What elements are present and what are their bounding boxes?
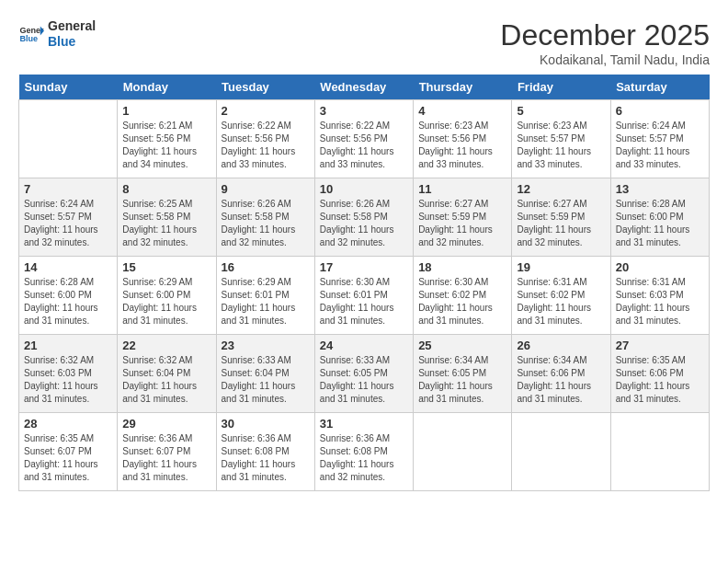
- calendar-cell: 26Sunrise: 6:34 AM Sunset: 6:06 PM Dayli…: [512, 335, 610, 413]
- day-number: 1: [122, 104, 210, 118]
- logo-text-general: General: [48, 18, 96, 34]
- day-info: Sunrise: 6:21 AM Sunset: 5:56 PM Dayligh…: [122, 120, 210, 171]
- day-number: 3: [320, 104, 408, 118]
- day-info: Sunrise: 6:36 AM Sunset: 6:08 PM Dayligh…: [222, 432, 310, 484]
- day-number: 28: [24, 417, 112, 431]
- calendar-cell: 9Sunrise: 6:26 AM Sunset: 5:58 PM Daylig…: [216, 178, 314, 257]
- day-info: Sunrise: 6:32 AM Sunset: 6:04 PM Dayligh…: [122, 354, 210, 406]
- day-number: 31: [320, 417, 408, 431]
- calendar-cell: 28Sunrise: 6:35 AM Sunset: 6:07 PM Dayli…: [19, 413, 118, 491]
- day-number: 9: [222, 182, 310, 196]
- calendar-week-2: 7Sunrise: 6:24 AM Sunset: 5:57 PM Daylig…: [19, 178, 710, 257]
- calendar-cell: 7Sunrise: 6:24 AM Sunset: 5:57 PM Daylig…: [19, 178, 118, 257]
- day-info: Sunrise: 6:31 AM Sunset: 6:02 PM Dayligh…: [517, 276, 605, 327]
- day-number: 23: [222, 339, 310, 352]
- calendar-cell: 29Sunrise: 6:36 AM Sunset: 6:07 PM Dayli…: [118, 413, 216, 491]
- day-number: 10: [320, 182, 408, 196]
- day-number: 2: [222, 104, 310, 118]
- day-number: 5: [517, 104, 605, 118]
- calendar-cell: 15Sunrise: 6:29 AM Sunset: 6:00 PM Dayli…: [118, 257, 216, 335]
- calendar-cell: [610, 413, 709, 491]
- calendar-cell: 31Sunrise: 6:36 AM Sunset: 6:08 PM Dayli…: [314, 413, 413, 491]
- day-number: 15: [122, 260, 210, 274]
- day-info: Sunrise: 6:29 AM Sunset: 6:01 PM Dayligh…: [222, 276, 310, 327]
- calendar-week-5: 28Sunrise: 6:35 AM Sunset: 6:07 PM Dayli…: [19, 413, 710, 491]
- day-info: Sunrise: 6:34 AM Sunset: 6:06 PM Dayligh…: [517, 354, 605, 406]
- day-info: Sunrise: 6:26 AM Sunset: 5:58 PM Dayligh…: [222, 198, 310, 249]
- day-number: 18: [418, 260, 506, 274]
- day-info: Sunrise: 6:26 AM Sunset: 5:58 PM Dayligh…: [320, 198, 408, 249]
- calendar-cell: 13Sunrise: 6:28 AM Sunset: 6:00 PM Dayli…: [610, 178, 709, 257]
- calendar-cell: 21Sunrise: 6:32 AM Sunset: 6:03 PM Dayli…: [19, 335, 118, 413]
- day-number: 22: [122, 339, 210, 352]
- day-info: Sunrise: 6:27 AM Sunset: 5:59 PM Dayligh…: [418, 198, 506, 249]
- day-number: 21: [24, 339, 112, 352]
- logo-text-blue: Blue: [48, 34, 96, 50]
- day-info: Sunrise: 6:30 AM Sunset: 6:01 PM Dayligh…: [320, 276, 408, 327]
- calendar-cell: 12Sunrise: 6:27 AM Sunset: 5:59 PM Dayli…: [512, 178, 610, 257]
- day-number: 25: [418, 339, 506, 352]
- day-info: Sunrise: 6:24 AM Sunset: 5:57 PM Dayligh…: [616, 120, 704, 171]
- title-block: December 2025 Kodaikanal, Tamil Nadu, In…: [500, 18, 710, 67]
- day-info: Sunrise: 6:22 AM Sunset: 5:56 PM Dayligh…: [320, 120, 408, 171]
- day-info: Sunrise: 6:35 AM Sunset: 6:06 PM Dayligh…: [616, 354, 704, 406]
- day-info: Sunrise: 6:22 AM Sunset: 5:56 PM Dayligh…: [222, 120, 310, 171]
- day-number: 13: [616, 182, 704, 196]
- day-info: Sunrise: 6:28 AM Sunset: 6:00 PM Dayligh…: [616, 198, 704, 249]
- month-title: December 2025: [500, 18, 710, 52]
- day-info: Sunrise: 6:24 AM Sunset: 5:57 PM Dayligh…: [24, 198, 112, 249]
- day-header-monday: Monday: [118, 75, 216, 100]
- day-number: 8: [122, 182, 210, 196]
- calendar-header-row: SundayMondayTuesdayWednesdayThursdayFrid…: [19, 75, 710, 100]
- calendar-cell: [414, 413, 512, 491]
- day-number: 19: [517, 260, 605, 274]
- calendar-cell: 11Sunrise: 6:27 AM Sunset: 5:59 PM Dayli…: [414, 178, 512, 257]
- calendar-cell: 6Sunrise: 6:24 AM Sunset: 5:57 PM Daylig…: [610, 100, 709, 178]
- day-number: 11: [418, 182, 506, 196]
- day-info: Sunrise: 6:33 AM Sunset: 6:04 PM Dayligh…: [222, 354, 310, 406]
- day-number: 24: [320, 339, 408, 352]
- calendar-cell: 16Sunrise: 6:29 AM Sunset: 6:01 PM Dayli…: [216, 257, 314, 335]
- logo-icon: General Blue: [18, 21, 44, 47]
- calendar-cell: 25Sunrise: 6:34 AM Sunset: 6:05 PM Dayli…: [414, 335, 512, 413]
- calendar-cell: 27Sunrise: 6:35 AM Sunset: 6:06 PM Dayli…: [610, 335, 709, 413]
- calendar-week-4: 21Sunrise: 6:32 AM Sunset: 6:03 PM Dayli…: [19, 335, 710, 413]
- day-info: Sunrise: 6:30 AM Sunset: 6:02 PM Dayligh…: [418, 276, 506, 327]
- calendar-cell: 17Sunrise: 6:30 AM Sunset: 6:01 PM Dayli…: [314, 257, 413, 335]
- day-info: Sunrise: 6:36 AM Sunset: 6:08 PM Dayligh…: [320, 432, 408, 484]
- calendar-cell: 23Sunrise: 6:33 AM Sunset: 6:04 PM Dayli…: [216, 335, 314, 413]
- day-number: 14: [24, 260, 112, 274]
- day-info: Sunrise: 6:28 AM Sunset: 6:00 PM Dayligh…: [24, 276, 112, 327]
- calendar-cell: 30Sunrise: 6:36 AM Sunset: 6:08 PM Dayli…: [216, 413, 314, 491]
- calendar-week-3: 14Sunrise: 6:28 AM Sunset: 6:00 PM Dayli…: [19, 257, 710, 335]
- calendar-cell: 1Sunrise: 6:21 AM Sunset: 5:56 PM Daylig…: [118, 100, 216, 178]
- day-header-tuesday: Tuesday: [216, 75, 314, 100]
- day-number: 7: [24, 182, 112, 196]
- day-info: Sunrise: 6:23 AM Sunset: 5:57 PM Dayligh…: [517, 120, 605, 171]
- calendar-cell: 4Sunrise: 6:23 AM Sunset: 5:56 PM Daylig…: [414, 100, 512, 178]
- day-info: Sunrise: 6:34 AM Sunset: 6:05 PM Dayligh…: [418, 354, 506, 406]
- day-number: 29: [122, 417, 210, 431]
- day-info: Sunrise: 6:25 AM Sunset: 5:58 PM Dayligh…: [122, 198, 210, 249]
- calendar-cell: 24Sunrise: 6:33 AM Sunset: 6:05 PM Dayli…: [314, 335, 413, 413]
- calendar-week-1: 1Sunrise: 6:21 AM Sunset: 5:56 PM Daylig…: [19, 100, 710, 178]
- calendar-cell: 20Sunrise: 6:31 AM Sunset: 6:03 PM Dayli…: [610, 257, 709, 335]
- day-header-friday: Friday: [512, 75, 610, 100]
- day-header-thursday: Thursday: [414, 75, 512, 100]
- calendar-cell: 14Sunrise: 6:28 AM Sunset: 6:00 PM Dayli…: [19, 257, 118, 335]
- day-number: 17: [320, 260, 408, 274]
- calendar-cell: 2Sunrise: 6:22 AM Sunset: 5:56 PM Daylig…: [216, 100, 314, 178]
- day-info: Sunrise: 6:32 AM Sunset: 6:03 PM Dayligh…: [24, 354, 112, 406]
- calendar-cell: 3Sunrise: 6:22 AM Sunset: 5:56 PM Daylig…: [314, 100, 413, 178]
- day-info: Sunrise: 6:35 AM Sunset: 6:07 PM Dayligh…: [24, 432, 112, 484]
- day-number: 12: [517, 182, 605, 196]
- calendar-table: SundayMondayTuesdayWednesdayThursdayFrid…: [18, 75, 710, 491]
- day-info: Sunrise: 6:23 AM Sunset: 5:56 PM Dayligh…: [418, 120, 506, 171]
- day-number: 20: [616, 260, 704, 274]
- day-info: Sunrise: 6:29 AM Sunset: 6:00 PM Dayligh…: [122, 276, 210, 327]
- day-header-saturday: Saturday: [610, 75, 709, 100]
- day-info: Sunrise: 6:36 AM Sunset: 6:07 PM Dayligh…: [122, 432, 210, 484]
- day-info: Sunrise: 6:31 AM Sunset: 6:03 PM Dayligh…: [616, 276, 704, 327]
- calendar-cell: [512, 413, 610, 491]
- calendar-cell: [19, 100, 118, 178]
